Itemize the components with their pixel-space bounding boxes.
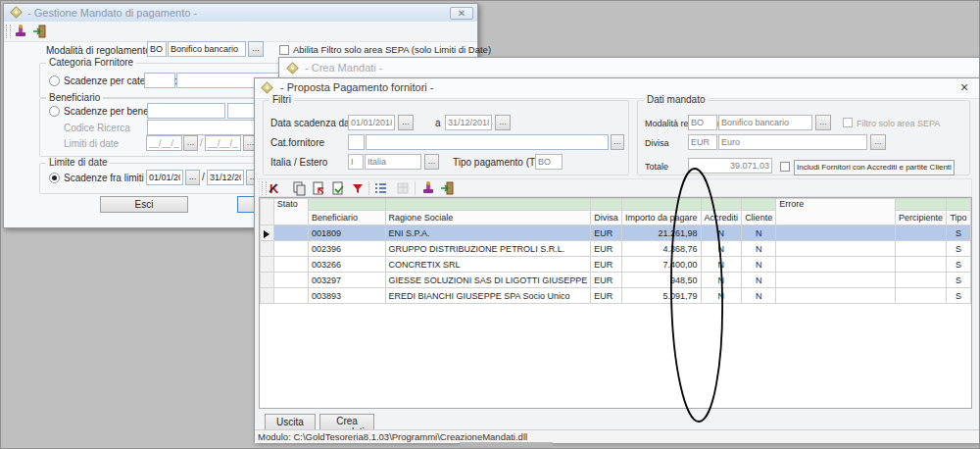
cell-ragione-sociale: GIESSE SOLUZIONI SAS DI LIGOTTI GIUSEPPE (385, 273, 591, 288)
fornitori-table[interactable]: Stato Errore Beneficiario Ragione Social… (260, 198, 971, 304)
cell-beneficiario: 002396 (308, 241, 385, 257)
sepa-filter-label: Abilita Filtro solo area SEPA (solo Limi… (293, 44, 491, 56)
table-row[interactable]: 003297 GIESSE SOLUZIONI SAS DI LIGOTTI G… (261, 273, 971, 288)
cell-ragione-sociale: EREDI BIANCHI GIUSEPPE SPA Socio Unico (385, 288, 591, 304)
totale-label: Totale (645, 161, 668, 173)
close-icon[interactable]: × (960, 79, 968, 95)
cell-accrediti: N (701, 257, 742, 273)
copy-icon[interactable] (291, 180, 307, 196)
gestione-titlebar[interactable]: - Gestione Mandato di pagamento - ✕ (4, 4, 477, 23)
beneficiario-code-field[interactable] (147, 103, 225, 119)
cell-tipo: S (947, 257, 971, 273)
uscita-button[interactable]: Uscita (265, 414, 316, 430)
cell-cliente: N (742, 225, 776, 241)
col-band (701, 199, 742, 211)
proposta-titlebar[interactable]: - Proposta Pagamento fornitori - × (255, 78, 979, 99)
col-header-tipo[interactable]: Tipo (947, 211, 971, 225)
col-header-cliente[interactable]: Cliente (742, 211, 776, 225)
categoria-code-field[interactable] (144, 73, 175, 88)
col-band (591, 199, 622, 211)
data-scadenza-da-field[interactable] (348, 115, 395, 130)
col-band (947, 199, 971, 211)
sepa-filter-checkbox[interactable] (279, 45, 289, 55)
fornitori-grid[interactable]: Stato Errore Beneficiario Ragione Social… (259, 197, 972, 409)
col-header-percipiente[interactable]: Percipiente (896, 211, 947, 225)
crea-titlebar[interactable]: - Crea Mandati - (279, 58, 980, 78)
stamp-icon[interactable] (13, 24, 28, 39)
exit-icon[interactable] (32, 24, 48, 39)
data-scadenza-da-browse[interactable]: ... (398, 115, 414, 130)
table-row[interactable]: 002396 GRUPPO DISTRIBUZIONE PETROLI S.R.… (261, 241, 971, 257)
filtri-group-title: Filtri (270, 94, 294, 105)
italia-code-field[interactable] (348, 154, 364, 170)
cat-fornitore-desc-field[interactable] (366, 134, 609, 150)
close-icon[interactable]: ✕ (450, 7, 473, 20)
divisa-browse[interactable]: ... (870, 134, 886, 150)
col-header-divisa[interactable]: Divisa (591, 211, 622, 225)
modalita-regolamento-desc-field[interactable] (718, 115, 812, 130)
col-header-beneficiario[interactable]: Beneficiario (308, 211, 385, 225)
grid-disabled-icon (395, 180, 411, 196)
table-row[interactable]: 001809 ENI S.P.A. EUR 21.261,98 N N S (261, 225, 971, 241)
limite-date-to-field[interactable] (207, 170, 244, 185)
divisa-code-field[interactable] (688, 134, 717, 150)
tipo-pagamento-label: Tipo pagamento (TP) (453, 157, 545, 169)
modalita-regolamento-browse[interactable]: ... (815, 115, 831, 130)
cell-cliente: N (742, 257, 776, 273)
stamp-icon[interactable] (420, 180, 436, 196)
a-label: a (435, 118, 441, 129)
limiti-date-to-field[interactable] (205, 135, 241, 151)
limite-date-from-field[interactable] (146, 170, 183, 185)
list-icon[interactable] (373, 180, 389, 196)
limiti-date-from-browse[interactable]: ... (183, 135, 198, 151)
limiti-date-from-field[interactable] (146, 135, 182, 151)
totale-field (688, 158, 772, 174)
italia-estero-browse[interactable]: ... (424, 154, 439, 170)
filtro-sepa-label: Filtro solo area SEPA (857, 118, 940, 129)
tipo-pagamento-field[interactable] (535, 154, 563, 170)
table-row[interactable]: 003266 CONCRETIX SRL EUR 7.400,00 N N S (261, 257, 971, 273)
cell-percipiente (896, 288, 947, 304)
taskbar-button[interactable] (460, 442, 553, 449)
confirm-doc-icon[interactable] (330, 180, 346, 196)
exit-icon[interactable] (440, 180, 456, 196)
crea-mandati-button[interactable]: Crea mandati (319, 414, 374, 430)
data-scadenza-a-browse[interactable]: ... (495, 115, 511, 130)
cat-fornitore-code-field[interactable] (348, 134, 365, 150)
modalita-browse-button[interactable]: ... (248, 41, 264, 57)
divisa-desc-field[interactable] (718, 134, 867, 150)
filtro-sepa-checkbox[interactable] (843, 118, 853, 127)
proposta-toolbar: K (259, 178, 972, 197)
cell-cliente: N (742, 288, 776, 304)
col-header-stato[interactable]: Stato (273, 199, 308, 225)
esci-button[interactable]: Esci (100, 196, 188, 213)
app-icon (261, 81, 273, 94)
italia-desc-field[interactable] (365, 154, 421, 170)
filter-icon[interactable] (350, 180, 366, 196)
codice-ricerca-label: Codice Ricerca (64, 123, 130, 134)
export-icon[interactable] (311, 180, 326, 196)
mark-all-icon[interactable]: K (268, 180, 283, 196)
data-scadenza-a-field[interactable] (445, 115, 492, 130)
cat-fornitore-browse[interactable]: ... (611, 134, 624, 150)
limite-date-from-browse[interactable]: ... (185, 170, 200, 185)
cell-beneficiario: 003893 (308, 288, 385, 304)
beneficiario-radio[interactable] (49, 106, 60, 117)
col-header-ragione-sociale[interactable]: Ragione Sociale (385, 211, 591, 225)
includi-fornitori-checkbox[interactable] (780, 162, 790, 172)
modalita-code-field[interactable] (147, 41, 167, 57)
col-header-importo[interactable]: Importo da pagare (622, 211, 702, 225)
table-row[interactable]: 003893 EREDI BIANCHI GIUSEPPE SPA Socio … (261, 288, 971, 304)
app-icon (10, 6, 23, 19)
cat-fornitore-label: Cat.fornitore (270, 137, 324, 149)
limite-radio[interactable] (49, 173, 60, 183)
data-scadenza-label: Data scadenza da (270, 118, 350, 129)
cell-divisa: EUR (591, 257, 622, 273)
cell-errore (776, 225, 896, 241)
col-header-errore[interactable]: Errore (776, 199, 896, 225)
col-header-accrediti[interactable]: Accrediti (701, 211, 742, 225)
cell-percipiente (896, 225, 947, 241)
categoria-radio[interactable] (49, 75, 60, 86)
modalita-regolamento-code-field[interactable] (688, 115, 717, 130)
modalita-desc-field[interactable] (168, 41, 246, 57)
